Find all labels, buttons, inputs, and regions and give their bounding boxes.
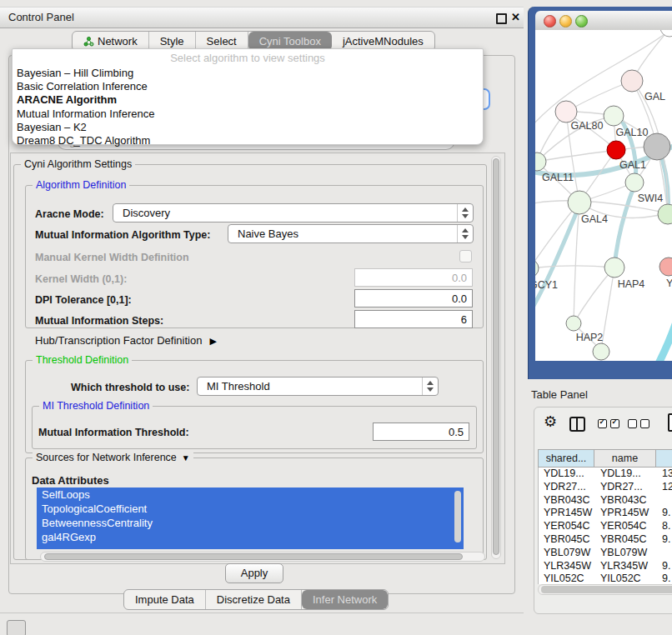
settings-horizontal-scrollbar[interactable] (40, 552, 485, 562)
settings-vertical-scrollbar[interactable] (491, 156, 501, 559)
algorithm-option-aracne-algorithm[interactable]: ARACNE Algorithm (13, 93, 483, 107)
table-cell: YPR145W (595, 507, 657, 520)
table-row[interactable]: YBL079WYBL079W (539, 547, 672, 560)
control-panel-title: Control Panel (8, 11, 74, 23)
table-panel-title: Table Panel (531, 388, 588, 401)
scrollbar-thumb[interactable] (493, 158, 499, 555)
network-node-unlabeled[interactable] (658, 204, 672, 224)
table-panel-body: ⚙ shared...name YDL19...YDL19...13YDR27.… (534, 407, 672, 614)
tab-discretize-data[interactable]: Discretize Data (206, 590, 302, 609)
table-cell: YIL052C (595, 572, 657, 584)
attribute-item-topologicalcoefficient[interactable]: TopologicalCoefficient (37, 502, 464, 516)
algorithm-definition-title: Algorithm Definition (33, 179, 129, 191)
network-view-window[interactable]: GALGAL80GAL10GAL1GAL11SWI4GAL4GCY1HAP4YH… (528, 7, 672, 379)
table-row[interactable]: YBR045CYBR045C9. (539, 533, 672, 547)
aracne-mode-select[interactable]: Discovery (113, 203, 474, 222)
column-header-2[interactable] (656, 449, 672, 468)
network-node-hap2[interactable] (566, 316, 581, 331)
tab-impute-data[interactable]: Impute Data (124, 590, 206, 609)
manual-kernel-width-checkbox[interactable] (459, 250, 472, 262)
scrollbar-thumb[interactable] (541, 586, 672, 593)
algorithm-option-dream8-dc-tdc-algorithm[interactable]: Dream8 DC_TDC Algorithm (13, 134, 483, 148)
close-icon[interactable]: ✕ (511, 11, 520, 23)
mi-threshold-field[interactable]: 0.5 (373, 422, 469, 441)
network-node-gcy1[interactable] (535, 259, 539, 278)
table-cell: YIL052C (539, 572, 595, 584)
partial-icon (7, 620, 26, 635)
table-row[interactable]: YER054CYER054C8. (539, 520, 672, 533)
mi-threshold-value: 0.5 (449, 426, 464, 438)
network-graph: GALGAL80GAL10GAL1GAL11SWI4GAL4GCY1HAP4YH… (535, 30, 672, 361)
network-node-swi4[interactable] (625, 173, 644, 192)
table-row[interactable]: YDL19...YDL19...13 (539, 468, 672, 481)
combo-spinner-icon (457, 204, 473, 222)
sources-title[interactable]: Sources for Network Inference▼ (33, 452, 193, 463)
attribute-item-selfloops[interactable]: SelfLoops (37, 488, 464, 502)
cyni-algorithm-settings-title: Cyni Algorithm Settings (21, 158, 135, 170)
deselect-all-checkboxes-icon[interactable] (628, 419, 649, 428)
tab-infer-network[interactable]: Infer Network (302, 590, 388, 609)
network-node-unlabeled[interactable] (593, 343, 609, 360)
attribute-item-betweennesscentrality[interactable]: BetweennessCentrality (37, 516, 464, 530)
gear-icon[interactable]: ⚙ (544, 414, 557, 429)
zoom-window-icon[interactable] (575, 15, 588, 28)
network-canvas[interactable]: GALGAL80GAL10GAL1GAL11SWI4GAL4GCY1HAP4YH… (535, 30, 672, 361)
data-attributes-list[interactable]: SelfLoopsTopologicalCoefficientBetweenne… (37, 488, 464, 549)
sources-title-text: Sources for Network Inference (36, 452, 177, 463)
dpi-tolerance-field[interactable]: 0.0 (354, 289, 473, 308)
algorithm-option-basic-correlation-inference[interactable]: Basic Correlation Inference (13, 80, 483, 93)
table-cell: YDR27... (595, 481, 657, 494)
table-row[interactable]: YBR043CYBR043C (539, 494, 672, 508)
scrollbar-thumb[interactable] (44, 553, 463, 560)
attribute-item-gal4rgexp[interactable]: gal4RGexp (37, 530, 464, 544)
algorithm-option-mutual-information-inference[interactable]: Mutual Information Inference (13, 108, 483, 121)
network-node-gal[interactable] (621, 70, 643, 92)
mi-steps-field[interactable]: 6 (354, 310, 473, 328)
document-icon[interactable] (668, 413, 672, 432)
column-header-shared[interactable]: shared... (538, 449, 594, 468)
mi-algorithm-type-label: Mutual Information Algorithm Type: (35, 229, 210, 241)
table-body[interactable]: YDL19...YDL19...13YDR27...YDR27...12YBR0… (538, 468, 672, 584)
select-all-checkboxes-icon[interactable] (598, 419, 619, 428)
network-node-labels: GALGAL80GAL10GAL1GAL11SWI4GAL4GCY1HAP4YH… (535, 91, 672, 343)
mi-threshold-label: Mutual Information Threshold: (38, 427, 189, 438)
node-label-swi4: SWI4 (638, 192, 664, 204)
table-row[interactable]: YIL052CYIL052C9. (539, 572, 672, 584)
table-cell: 9. (657, 560, 672, 573)
which-threshold-select[interactable]: MI Threshold (197, 377, 439, 396)
table-cell: YER054C (595, 520, 657, 533)
screen: Control Panel ✕ NetworkStyleSelectCyni T… (0, 0, 672, 635)
hub-definition-toggle[interactable]: Hub/Transcription Factor Definition▶ (35, 334, 217, 347)
network-node-hap4[interactable] (604, 258, 624, 278)
table-horizontal-scrollbar[interactable] (538, 584, 672, 595)
combo-spinner-icon (422, 378, 438, 395)
network-node-y[interactable] (659, 258, 672, 276)
network-node-gal4[interactable] (568, 191, 591, 214)
table-cell: YBR045C (539, 533, 595, 547)
mi-algorithm-type-select[interactable]: Naive Bayes (228, 224, 474, 243)
node-label-gal: GAL (644, 91, 665, 102)
algorithm-option-bayesian-k2[interactable]: Bayesian – K2 (13, 121, 483, 134)
column-header-name[interactable]: name (594, 449, 656, 468)
network-node-gal10[interactable] (604, 106, 624, 126)
algorithm-option-bayesian-hill-climbing[interactable]: Bayesian – Hill Climbing (13, 67, 483, 80)
expand-right-icon: ▶ (209, 336, 216, 347)
dpi-tolerance-value: 0.0 (452, 292, 467, 305)
kernel-width-label: Kernel Width (0,1): (35, 273, 127, 285)
network-window-titlebar[interactable] (535, 11, 672, 31)
network-icon (83, 37, 94, 47)
table-panel: Table Panel ⚙ shared...name YDL19...YDL1… (524, 379, 672, 635)
float-icon[interactable] (496, 13, 507, 24)
attribute-list-scrollbar[interactable] (454, 491, 461, 542)
table-row[interactable]: YDR27...YDR27...12 (539, 481, 672, 494)
table-cell: 13 (657, 468, 672, 481)
columns-icon[interactable] (569, 417, 585, 432)
table-row[interactable]: YLR345WYLR345W9. (539, 560, 672, 573)
apply-button[interactable]: Apply (225, 563, 283, 583)
node-label-gal1: GAL1 (619, 159, 646, 171)
table-row[interactable]: YPR145WYPR145W9. (539, 507, 672, 520)
minimize-window-icon[interactable] (559, 15, 572, 28)
node-label-y: Y (666, 278, 672, 289)
network-node-gal1[interactable] (607, 141, 625, 159)
close-window-icon[interactable] (544, 15, 556, 28)
